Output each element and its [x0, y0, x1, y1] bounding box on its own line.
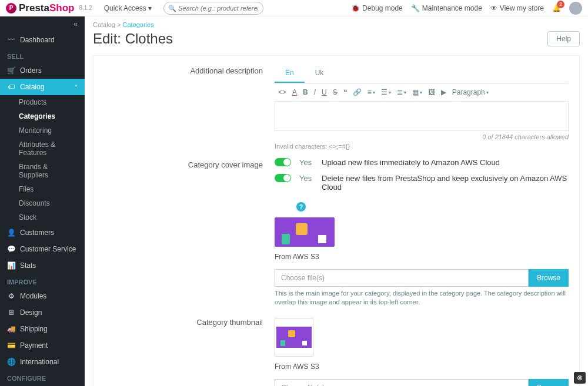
editor-italic-icon[interactable]: I	[314, 88, 316, 96]
wrench-icon: 🔧	[411, 4, 420, 12]
cover-file-input[interactable]: Choose file(s)	[275, 269, 529, 287]
quick-access-dropdown[interactable]: Quick Access ▾	[104, 4, 152, 12]
shipping-icon: 🚚	[7, 325, 15, 333]
sidebar-item-design[interactable]: 🖥Design	[0, 304, 85, 321]
thumb-browse-button[interactable]: Browse	[529, 379, 569, 386]
editor-bullet-list-icon[interactable]: ☰ ▾	[381, 88, 391, 96]
toggle-desc-2: Delete new files from PrestaShop and kee…	[322, 174, 569, 192]
editor-paragraph-dropdown[interactable]: Paragraph ▾	[452, 88, 489, 96]
sidebar-sub-categories[interactable]: Categories	[0, 109, 85, 123]
sidebar-item-shipping[interactable]: 🚚Shipping	[0, 321, 85, 337]
page-title: Edit: Clothes	[93, 31, 173, 47]
sidebar-item-payment[interactable]: 💳Payment	[0, 337, 85, 354]
eye-icon: 👁	[490, 4, 497, 12]
sidebar-item-customer-service[interactable]: 💬Customer Service	[0, 241, 85, 257]
editor-code-icon[interactable]: <>	[278, 88, 286, 96]
view-store-link[interactable]: 👁 View my store	[490, 4, 544, 12]
sidebar-sub-brands[interactable]: Brands & Suppliers	[0, 160, 85, 182]
sidebar-item-customers[interactable]: 👤Customers	[0, 224, 85, 241]
help-tooltip-icon[interactable]: ?	[296, 202, 306, 212]
payment-icon: 💳	[7, 341, 15, 350]
prestashop-icon: P	[6, 3, 16, 14]
chevron-up-icon: ˄	[75, 84, 78, 90]
sidebar-section-configure: CONFIGURE	[0, 370, 85, 384]
cover-help-text: This is the main image for your category…	[275, 289, 569, 307]
editor-toolbar: <> A B I U S̶ ❝ 🔗 ≡ ▾ ☰ ▾ ≣ ▾ ▦ ▾ 🖼 ▶	[275, 83, 569, 102]
editor-strike-icon[interactable]: S̶	[333, 88, 338, 96]
invalid-chars-hint: Invalid characters: <>;=#{}	[275, 143, 569, 150]
editor-bold-icon[interactable]: B	[303, 88, 308, 96]
label-additional-description: Additional description	[104, 64, 275, 150]
orders-icon: 🛒	[7, 66, 15, 75]
topbar: P PrestaShop 8.1.2 Quick Access ▾ 🔍 🐞 De…	[0, 0, 588, 16]
logo[interactable]: P PrestaShop 8.1.2	[6, 2, 92, 14]
char-counter: 0 of 21844 characters allowed	[275, 133, 569, 140]
design-icon: 🖥	[7, 308, 15, 317]
sidebar-item-catalog[interactable]: 🏷Catalog˄	[0, 79, 85, 95]
editor-link-icon[interactable]: 🔗	[353, 88, 362, 96]
thumb-file-input[interactable]: Choose file(s)	[275, 379, 529, 386]
main-content: Catalog > Categories Edit: Clothes Help …	[85, 16, 588, 386]
sidebar-sub-products[interactable]: Products	[0, 95, 85, 109]
editor-textarea[interactable]	[275, 102, 569, 131]
search-wrap: 🔍	[163, 2, 263, 15]
sidebar-item-orders[interactable]: 🛒Orders	[0, 62, 85, 79]
sidebar-sub-discounts[interactable]: Discounts	[0, 196, 85, 210]
cover-from-aws-label: From AWS S3	[275, 253, 569, 261]
thumbnail-preview	[275, 318, 313, 357]
breadcrumb-catalog[interactable]: Catalog	[93, 21, 115, 28]
sidebar-sub-attributes[interactable]: Attributes & Features	[0, 137, 85, 160]
cover-browse-button[interactable]: Browse	[529, 269, 569, 287]
modules-icon: ⚙	[7, 292, 15, 300]
sidebar-sub-files[interactable]: Files	[0, 182, 85, 196]
dashboard-icon: 〰	[7, 36, 15, 44]
toggle-desc-1: Upload new files immediately to Amazon A…	[322, 158, 500, 167]
collapse-sidebar-button[interactable]: «	[0, 16, 85, 32]
sidebar-section-improve: IMPROVE	[0, 274, 85, 288]
lang-tab-uk[interactable]: Uk	[305, 64, 335, 83]
cover-image-preview	[275, 217, 335, 247]
sidebar: « 〰Dashboard SELL 🛒Orders 🏷Catalog˄ Prod…	[0, 16, 85, 386]
editor-numbered-list-icon[interactable]: ≣ ▾	[397, 88, 406, 96]
customer-service-icon: 💬	[7, 245, 15, 253]
editor-align-icon[interactable]: ≡ ▾	[368, 88, 375, 96]
bug-icon: 🐞	[351, 4, 360, 12]
avatar[interactable]	[569, 2, 582, 15]
catalog-icon: 🏷	[7, 83, 15, 91]
language-tabs: En Uk	[275, 64, 569, 83]
toggle-upload-aws[interactable]	[275, 158, 291, 166]
label-cover-image: Category cover image	[104, 158, 275, 307]
customers-icon: 👤	[7, 229, 15, 237]
sidebar-section-sell: SELL	[0, 48, 85, 62]
international-icon: 🌐	[7, 358, 15, 366]
editor-textcolor-icon[interactable]: A	[292, 88, 297, 96]
sidebar-item-dashboard[interactable]: 〰Dashboard	[0, 32, 85, 48]
editor-table-icon[interactable]: ▦ ▾	[412, 88, 422, 96]
debug-mode-link[interactable]: 🐞 Debug mode	[351, 4, 403, 12]
sidebar-item-modules[interactable]: ⚙Modules	[0, 288, 85, 304]
lang-tab-en[interactable]: En	[275, 64, 305, 83]
editor-image-icon[interactable]: 🖼	[428, 88, 435, 96]
maintenance-mode-link[interactable]: 🔧 Maintenance mode	[411, 4, 482, 12]
logo-text: PrestaShop	[19, 2, 74, 14]
notification-badge: 2	[557, 1, 564, 8]
editor-underline-icon[interactable]: U	[322, 88, 327, 96]
search-input[interactable]	[163, 2, 263, 15]
help-button[interactable]: Help	[547, 31, 580, 46]
caret-down-icon: ▾	[148, 4, 152, 12]
toggle-yes-label-1: Yes	[299, 158, 313, 167]
breadcrumb: Catalog > Categories	[85, 16, 588, 28]
stats-icon: 📊	[7, 261, 15, 270]
thumb-from-aws-label: From AWS S3	[275, 362, 569, 371]
sidebar-item-international[interactable]: 🌐International	[0, 354, 85, 370]
toggle-yes-label-2: Yes	[299, 174, 313, 183]
breadcrumb-categories[interactable]: Categories	[122, 21, 153, 28]
sidebar-sub-monitoring[interactable]: Monitoring	[0, 123, 85, 137]
sidebar-item-stats[interactable]: 📊Stats	[0, 257, 85, 274]
sidebar-sub-stock[interactable]: Stock	[0, 210, 85, 224]
notifications-button[interactable]: 🔔 2	[552, 4, 561, 12]
editor-video-icon[interactable]: ▶	[441, 88, 446, 96]
editor-quote-icon[interactable]: ❝	[343, 88, 347, 96]
symfony-badge-icon[interactable]: ⊗	[574, 372, 586, 384]
toggle-delete-keep-aws[interactable]	[275, 174, 291, 182]
